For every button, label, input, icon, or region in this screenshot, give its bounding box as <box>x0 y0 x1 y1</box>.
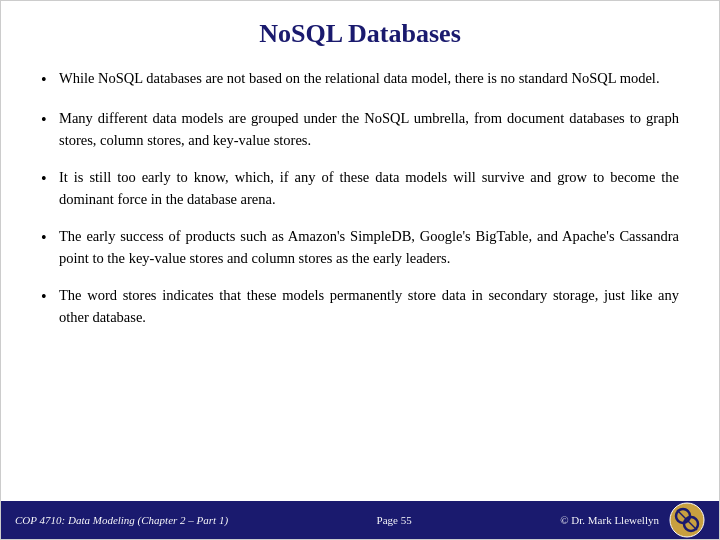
bullet-text-4: The early success of products such as Am… <box>59 225 679 270</box>
bullet-dot-2: • <box>41 108 59 133</box>
bullet-text-3: It is still too early to know, which, if… <box>59 166 679 211</box>
slide-footer: COP 4710: Data Modeling (Chapter 2 – Par… <box>1 501 719 539</box>
footer-end: © Dr. Mark Llewellyn <box>560 502 705 538</box>
slide-title: NoSQL Databases <box>41 19 679 49</box>
bullet-text-2: Many different data models are grouped u… <box>59 107 679 152</box>
footer-author: © Dr. Mark Llewellyn <box>560 514 659 526</box>
bullet-dot-1: • <box>41 68 59 93</box>
list-item: • The early success of products such as … <box>41 225 679 270</box>
list-item: • The word stores indicates that these m… <box>41 284 679 329</box>
footer-course: COP 4710: Data Modeling (Chapter 2 – Par… <box>15 514 228 526</box>
bullet-list: • While NoSQL databases are not based on… <box>41 67 679 329</box>
list-item: • It is still too early to know, which, … <box>41 166 679 211</box>
bullet-text-5: The word stores indicates that these mod… <box>59 284 679 329</box>
bullet-dot-5: • <box>41 285 59 310</box>
bullet-dot-3: • <box>41 167 59 192</box>
list-item: • While NoSQL databases are not based on… <box>41 67 679 93</box>
slide-container: NoSQL Databases • While NoSQL databases … <box>0 0 720 540</box>
bullet-dot-4: • <box>41 226 59 251</box>
slide-content: NoSQL Databases • While NoSQL databases … <box>1 1 719 501</box>
footer-page: Page 55 <box>377 514 412 526</box>
list-item: • Many different data models are grouped… <box>41 107 679 152</box>
bullet-text-1: While NoSQL databases are not based on t… <box>59 67 679 89</box>
footer-logo-icon <box>669 502 705 538</box>
